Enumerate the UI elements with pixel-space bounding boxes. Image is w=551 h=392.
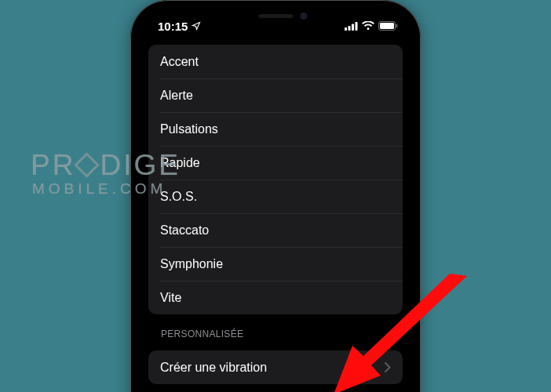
vibration-row-accent[interactable]: Accent (148, 45, 403, 78)
row-label: Vite (160, 291, 181, 305)
row-label: Staccato (160, 223, 209, 238)
row-label: Alerte (160, 89, 193, 103)
cellular-signal-icon (345, 22, 358, 31)
row-label: Pulsations (160, 122, 218, 136)
vibration-row-pulsations[interactable]: Pulsations (148, 112, 403, 146)
custom-vibrations-group: Créer une vibration (148, 350, 403, 384)
row-label: Rapide (160, 156, 200, 170)
svg-rect-5 (380, 23, 394, 29)
row-label: S.O.S. (160, 190, 197, 204)
standard-vibrations-group: Accent Alerte Pulsations Rapide S.O.S. S… (148, 45, 403, 314)
row-label: Symphonie (160, 257, 223, 271)
svg-rect-6 (396, 24, 398, 28)
row-label: Accent (160, 55, 199, 69)
location-arrow-icon (192, 21, 201, 31)
vibration-row-alerte[interactable]: Alerte (148, 78, 403, 112)
svg-rect-1 (348, 26, 351, 31)
status-time: 10:15 (158, 20, 188, 33)
vibration-row-vite[interactable]: Vite (148, 281, 403, 314)
settings-content: Accent Alerte Pulsations Rapide S.O.S. S… (137, 45, 414, 384)
diamond-icon (75, 152, 100, 178)
svg-rect-3 (356, 22, 358, 31)
phone-screen: 10:15 (137, 7, 414, 392)
vibration-row-symphonie[interactable]: Symphonie (148, 247, 403, 281)
front-camera (301, 13, 308, 20)
svg-rect-0 (345, 27, 347, 31)
speaker (258, 14, 293, 18)
watermark-text: PR (31, 151, 75, 180)
wifi-icon (362, 21, 374, 31)
vibration-row-rapide[interactable]: Rapide (148, 146, 403, 180)
vibration-row-sos[interactable]: S.O.S. (148, 180, 403, 213)
create-vibration-row[interactable]: Créer une vibration (148, 350, 403, 384)
svg-rect-2 (352, 24, 354, 31)
section-header-custom: PERSONNALISÉE (148, 314, 403, 344)
row-label: Créer une vibration (160, 361, 267, 375)
vibration-row-staccato[interactable]: Staccato (148, 213, 403, 247)
phone-frame: 10:15 (130, 0, 421, 392)
chevron-right-icon (385, 362, 391, 372)
battery-icon (378, 21, 398, 31)
phone-notch (211, 7, 341, 26)
